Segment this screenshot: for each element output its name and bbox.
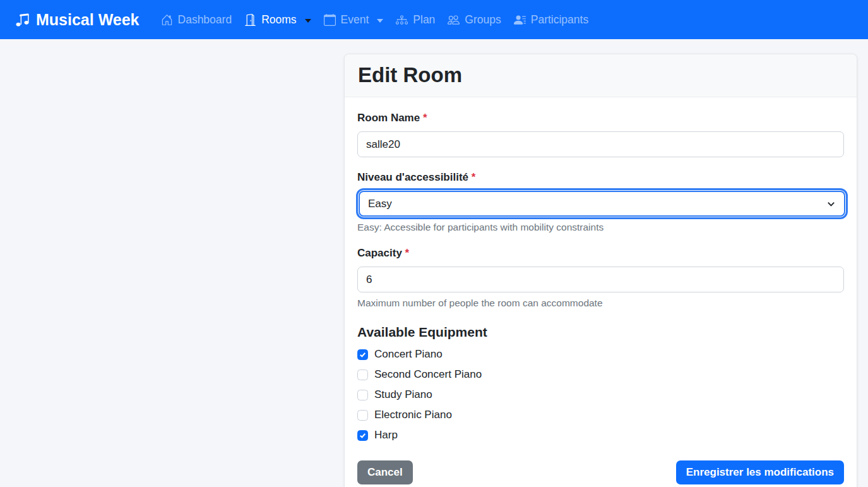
- chevron-down-icon: [377, 19, 383, 23]
- nav-item-dashboard[interactable]: Dashboard: [155, 13, 239, 27]
- nav-item-participants[interactable]: Participants: [508, 13, 595, 27]
- nav-label: Participants: [531, 13, 588, 27]
- chevron-down-icon: [826, 199, 836, 208]
- card-body: Room Name * Niveau d'accessibilité * Eas…: [345, 97, 857, 484]
- checkbox-label[interactable]: Electronic Piano: [374, 409, 452, 421]
- room-name-label: Room Name *: [357, 112, 844, 124]
- room-name-input[interactable]: [357, 131, 844, 157]
- required-asterisk: *: [405, 247, 410, 259]
- person-lines-icon: [514, 14, 526, 26]
- equipment-heading: Available Equipment: [357, 325, 844, 340]
- nav-label: Plan: [413, 13, 435, 27]
- nav-items: Dashboard Rooms Event Plan Groups Partic…: [155, 13, 595, 27]
- nav-item-rooms[interactable]: Rooms: [238, 13, 317, 27]
- music-note-icon: [15, 13, 30, 27]
- brand[interactable]: Musical Week: [15, 11, 140, 29]
- checkbox[interactable]: [357, 430, 368, 441]
- required-asterisk: *: [423, 112, 427, 124]
- chevron-down-icon: [305, 19, 311, 23]
- top-navbar: Musical Week Dashboard Rooms Event Plan …: [0, 0, 868, 39]
- nav-label: Rooms: [261, 13, 296, 27]
- page-title: Edit Room: [358, 63, 843, 87]
- equipment-option-study-piano: Study Piano: [357, 388, 844, 401]
- nav-item-event[interactable]: Event: [318, 13, 390, 27]
- capacity-help-text: Maximum number of people the room can ac…: [357, 298, 844, 309]
- selected-option: Easy: [368, 198, 392, 210]
- equipment-option-electronic-piano: Electronic Piano: [357, 409, 844, 421]
- calendar-icon: [324, 14, 336, 26]
- label-text: Room Name: [357, 112, 420, 124]
- equipment-option-concert-piano: Concert Piano: [357, 348, 844, 361]
- accessibility-help-text: Easy: Accessible for participants with m…: [357, 222, 844, 233]
- nav-label: Dashboard: [178, 13, 232, 27]
- check-icon: [359, 432, 366, 439]
- nav-label: Event: [341, 13, 369, 27]
- checkbox[interactable]: [357, 390, 368, 400]
- house-icon: [161, 14, 173, 26]
- equipment-option-second-concert-piano: Second Concert Piano: [357, 368, 844, 381]
- label-text: Capacity: [357, 247, 402, 259]
- checkbox[interactable]: [357, 349, 368, 360]
- nav-item-plan[interactable]: Plan: [389, 13, 441, 27]
- people-icon: [448, 14, 460, 26]
- door-icon: [244, 14, 256, 26]
- nav-label: Groups: [465, 13, 501, 27]
- save-button[interactable]: Enregistrer les modifications: [676, 460, 844, 484]
- cancel-button[interactable]: Cancel: [357, 460, 413, 484]
- capacity-input[interactable]: [357, 267, 844, 292]
- diagram-icon: [396, 14, 408, 26]
- checkbox-label[interactable]: Second Concert Piano: [374, 368, 482, 381]
- label-text: Niveau d'accessibilité: [357, 171, 468, 183]
- accessibility-group: Niveau d'accessibilité * Easy Easy: Acce…: [357, 171, 844, 233]
- checkbox-label[interactable]: Concert Piano: [374, 348, 443, 361]
- checkbox[interactable]: [357, 410, 368, 421]
- brand-label: Musical Week: [36, 11, 140, 29]
- form-actions: Cancel Enregistrer les modifications: [357, 460, 844, 484]
- nav-item-groups[interactable]: Groups: [441, 13, 507, 27]
- checkbox-label[interactable]: Harp: [374, 429, 398, 442]
- room-name-group: Room Name *: [357, 112, 844, 157]
- checkbox[interactable]: [357, 370, 368, 380]
- capacity-group: Capacity * Maximum number of people the …: [357, 247, 844, 309]
- checkbox-label[interactable]: Study Piano: [374, 388, 432, 401]
- capacity-label: Capacity *: [357, 247, 844, 260]
- equipment-option-harp: Harp: [357, 429, 844, 442]
- accessibility-label: Niveau d'accessibilité *: [357, 171, 844, 184]
- check-icon: [359, 351, 366, 358]
- required-asterisk: *: [472, 171, 476, 183]
- card-header: Edit Room: [345, 54, 857, 97]
- edit-room-card: Edit Room Room Name * Niveau d'accessibi…: [344, 54, 857, 487]
- accessibility-select[interactable]: Easy: [359, 191, 845, 217]
